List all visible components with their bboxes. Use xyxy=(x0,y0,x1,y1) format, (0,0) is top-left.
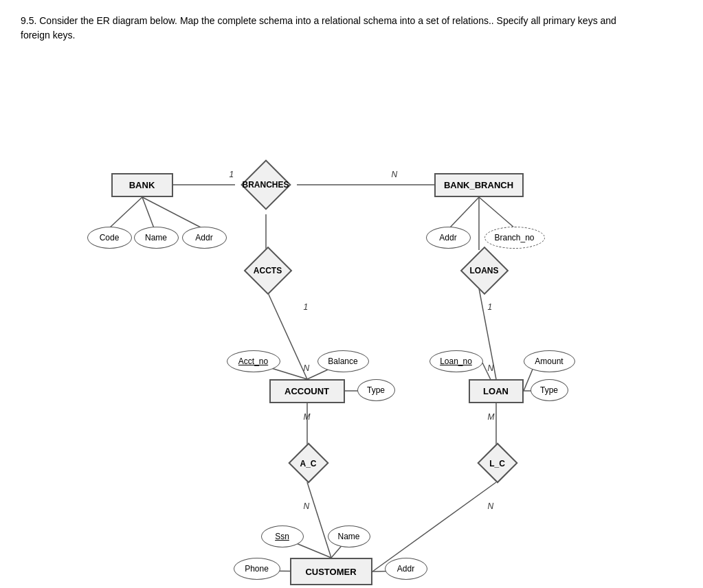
svg-line-20 xyxy=(372,482,496,572)
card-accts-bottom: N xyxy=(304,363,310,373)
rel-ac: A_C xyxy=(289,444,328,482)
attr-code: Code xyxy=(87,227,132,249)
attr-branch-no: Branch_no xyxy=(484,227,545,249)
card-lc-top: M xyxy=(488,412,495,422)
attr-name-bank: Name xyxy=(134,227,179,249)
card-loans-top: 1 xyxy=(488,302,493,312)
card-branches-bb: N xyxy=(392,170,398,179)
attr-type-acct: Type xyxy=(357,379,395,401)
card-bank-branches: 1 xyxy=(230,170,234,179)
attr-acct-no: Acct_no xyxy=(227,350,280,372)
attr-addr-bank: Addr xyxy=(182,227,227,249)
entity-loan: LOAN xyxy=(469,379,524,403)
attr-addr-bb: Addr xyxy=(426,227,471,249)
entity-bank: BANK xyxy=(111,173,173,197)
card-ac-bottom: N xyxy=(304,501,310,511)
svg-line-2 xyxy=(109,197,142,228)
attr-amount: Amount xyxy=(524,350,575,372)
card-accts-top: 1 xyxy=(304,302,309,312)
svg-line-19 xyxy=(307,482,331,558)
attr-name-cust: Name xyxy=(328,525,370,547)
svg-line-3 xyxy=(142,197,154,228)
svg-line-4 xyxy=(142,197,202,228)
card-loans-bottom: N xyxy=(488,363,494,373)
rel-branches: BRANCHES xyxy=(235,164,297,205)
diagram-lines xyxy=(43,63,661,578)
attr-phone: Phone xyxy=(234,558,280,580)
attr-ssn: Ssn xyxy=(261,525,304,547)
attr-type-loan: Type xyxy=(531,379,568,401)
rel-loans: LOANS xyxy=(460,250,509,291)
question-text: 9.5. Consider the ER diagram below. Map … xyxy=(21,14,639,43)
entity-bank-branch: BANK_BRANCH xyxy=(434,173,524,197)
rel-lc: L_C xyxy=(478,444,517,482)
er-diagram: BANK BANK_BRANCH ACCOUNT LOAN CUSTOMER B… xyxy=(43,63,661,578)
svg-line-6 xyxy=(479,197,515,228)
attr-loan-no: Loan_no xyxy=(429,350,483,372)
card-lc-bottom: N xyxy=(488,501,494,511)
svg-line-5 xyxy=(449,197,479,228)
entity-customer: CUSTOMER xyxy=(290,558,372,585)
attr-addr-cust: Addr xyxy=(385,558,427,580)
rel-accts: ACCTS xyxy=(244,250,292,291)
attr-balance: Balance xyxy=(317,350,369,372)
card-ac-top: M xyxy=(304,412,311,422)
entity-account: ACCOUNT xyxy=(269,379,345,403)
